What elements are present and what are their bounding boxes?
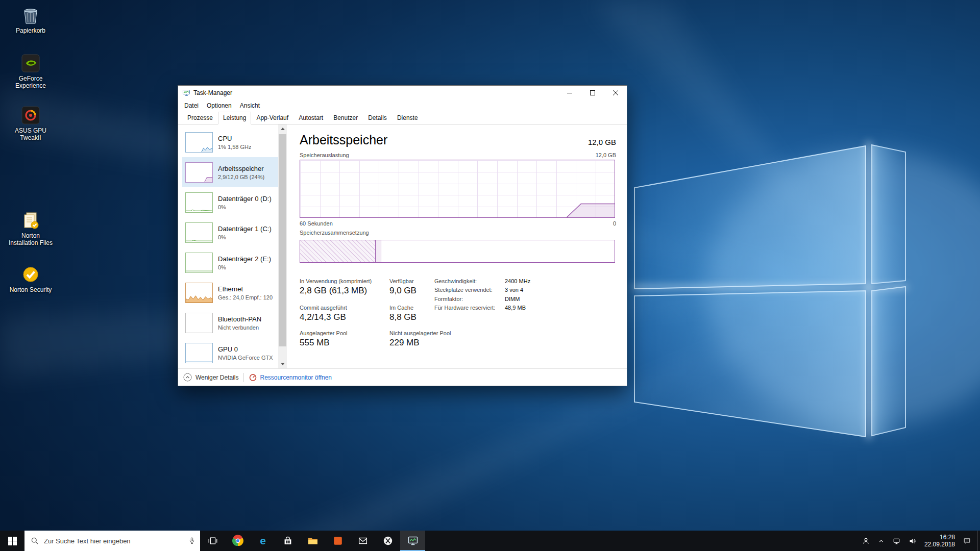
- tab-users[interactable]: Benutzer: [328, 112, 363, 124]
- memory-usage-chart: [300, 160, 615, 218]
- perf-item-title: Ethernet: [218, 285, 273, 293]
- stat-label: Nicht ausgelagerter Pool: [389, 330, 451, 336]
- perf-item-title: Bluetooth-PAN: [218, 315, 261, 323]
- title-bar[interactable]: Task-Manager: [178, 86, 627, 99]
- taskbar-app-chrome[interactable]: [225, 531, 250, 551]
- perf-item-title: Arbeitsspeicher: [218, 165, 264, 172]
- tab-app-history[interactable]: App-Verlauf: [251, 112, 293, 124]
- perf-item-memory[interactable]: Arbeitsspeicher 2,9/12,0 GB (24%): [182, 157, 278, 187]
- tab-startup[interactable]: Autostart: [293, 112, 328, 124]
- minimize-button[interactable]: [558, 86, 581, 99]
- resource-monitor-label: Ressourcenmonitor öffnen: [260, 374, 332, 381]
- perf-item-ethernet[interactable]: Ethernet Ges.: 24,0 Empf.: 120: [182, 278, 278, 308]
- geforce-icon: [20, 53, 41, 73]
- usage-chart-label: Speicherauslastung: [300, 152, 349, 158]
- menu-options[interactable]: Optionen: [203, 101, 236, 111]
- menu-file[interactable]: Datei: [180, 101, 203, 111]
- show-hidden-icons-button[interactable]: [874, 531, 889, 551]
- search-icon: [31, 537, 39, 545]
- tab-services[interactable]: Dienste: [392, 112, 423, 124]
- norton-security-icon: [20, 264, 41, 285]
- taskbar-search-box[interactable]: [24, 531, 200, 551]
- disk2-mini-chart: [185, 253, 213, 273]
- close-button[interactable]: [604, 86, 627, 99]
- usage-chart-max: 12,0 GB: [596, 152, 616, 158]
- stat-value: 4,2/14,3 GB: [300, 312, 346, 322]
- stat-label: Im Cache: [389, 305, 413, 311]
- open-resource-monitor-link[interactable]: Ressourcenmonitor öffnen: [249, 373, 332, 381]
- desktop-icon-label: Papierkorb: [16, 27, 45, 34]
- volume-button[interactable]: [904, 531, 920, 551]
- chevron-up-icon: [877, 537, 885, 545]
- norton-files-icon: [20, 210, 41, 231]
- perf-item-disk0[interactable]: Datenträger 0 (D:) 0%: [182, 187, 278, 217]
- desktop-icon-label: Norton Installation Files: [7, 232, 54, 246]
- desktop-icon-recycle-bin[interactable]: Papierkorb: [6, 5, 55, 34]
- taskbar-app-taskmanager[interactable]: [400, 531, 425, 551]
- chart-x-axis-right: 0: [613, 220, 616, 227]
- show-desktop-button[interactable]: [977, 531, 980, 551]
- taskbar: e: [0, 531, 980, 551]
- maximize-button[interactable]: [581, 86, 604, 99]
- chevron-up-circle-icon: [183, 373, 192, 382]
- disk0-mini-chart: [185, 192, 213, 213]
- composition-in-use-segment: [300, 240, 376, 262]
- scroll-down-icon[interactable]: [278, 360, 287, 368]
- task-view-button[interactable]: [200, 531, 225, 551]
- close-icon: [613, 90, 618, 95]
- start-button[interactable]: [0, 531, 24, 551]
- composition-label: Speicherzusammensetzung: [300, 230, 369, 236]
- microsoft-store-icon: [282, 535, 293, 546]
- tab-details[interactable]: Details: [363, 112, 392, 124]
- perf-item-title: CPU: [218, 135, 251, 142]
- search-input[interactable]: [43, 537, 184, 545]
- maximize-icon: [590, 90, 595, 95]
- hardware-label: Geschwindigkeit:: [434, 278, 477, 284]
- task-manager-icon: [407, 535, 419, 547]
- taskbar-app-explorer[interactable]: [300, 531, 325, 551]
- hardware-value: DIMM: [505, 296, 520, 302]
- perf-item-bluetooth[interactable]: Bluetooth-PAN Nicht verbunden: [182, 308, 278, 338]
- perf-item-gpu[interactable]: GPU 0 NVIDIA GeForce GTX: [182, 338, 278, 368]
- desktop: Papierkorb GeForce Experience ASUS GPU T…: [0, 0, 980, 551]
- composition-modified-segment: [376, 240, 381, 262]
- scroll-up-icon[interactable]: [278, 124, 287, 133]
- stat-value: 229 MB: [389, 338, 420, 348]
- svg-text:e: e: [260, 535, 266, 546]
- hardware-value: 48,9 MB: [505, 305, 526, 311]
- hardware-label: Steckplätze verwendet:: [434, 287, 493, 293]
- desktop-icon-asus-gpu-tweak[interactable]: ASUS GPU TweakII: [6, 105, 55, 141]
- menu-view[interactable]: Ansicht: [236, 101, 264, 111]
- taskbar-app-store[interactable]: [275, 531, 300, 551]
- composition-free-segment: [381, 240, 615, 262]
- microphone-icon[interactable]: [188, 537, 196, 545]
- taskbar-app-edge[interactable]: e: [250, 531, 275, 551]
- scrollbar-thumb[interactable]: [279, 134, 286, 346]
- perf-item-subtitle: 2,9/12,0 GB (24%): [218, 174, 264, 180]
- tab-processes[interactable]: Prozesse: [182, 112, 218, 124]
- clock-date: 22.09.2018: [924, 541, 955, 548]
- task-manager-window: Task-Manager Datei Optionen Ansicht Proz…: [178, 85, 627, 386]
- ethernet-mini-chart: [185, 283, 213, 303]
- taskbar-app-mail[interactable]: [350, 531, 375, 551]
- perf-item-disk2[interactable]: Datenträger 2 (E:) 0%: [182, 247, 278, 278]
- edge-icon: e: [257, 535, 269, 547]
- gpu-mini-chart: [185, 343, 213, 363]
- perf-item-cpu[interactable]: CPU 1% 1,58 GHz: [182, 127, 278, 157]
- tab-performance[interactable]: Leistung: [218, 112, 251, 124]
- people-button[interactable]: [858, 531, 874, 551]
- fewer-details-label: Weniger Details: [195, 374, 238, 381]
- sidebar-scrollbar[interactable]: [278, 124, 287, 368]
- perf-item-subtitle: 1% 1,58 GHz: [218, 144, 251, 150]
- action-center-button[interactable]: [959, 531, 975, 551]
- desktop-icon-norton-security[interactable]: Norton Security: [6, 264, 55, 293]
- desktop-icon-geforce-experience[interactable]: GeForce Experience: [6, 53, 55, 89]
- network-status-button[interactable]: [889, 531, 904, 551]
- taskbar-app-orange[interactable]: [325, 531, 350, 551]
- taskbar-clock[interactable]: 16:28 22.09.2018: [920, 534, 959, 548]
- fewer-details-toggle[interactable]: Weniger Details: [183, 373, 238, 382]
- taskbar-app-xbox[interactable]: [375, 531, 400, 551]
- perf-item-disk1[interactable]: Datenträger 1 (C:) 0%: [182, 217, 278, 247]
- perf-item-subtitle: 0%: [218, 264, 271, 270]
- desktop-icon-norton-installation-files[interactable]: Norton Installation Files: [6, 210, 55, 246]
